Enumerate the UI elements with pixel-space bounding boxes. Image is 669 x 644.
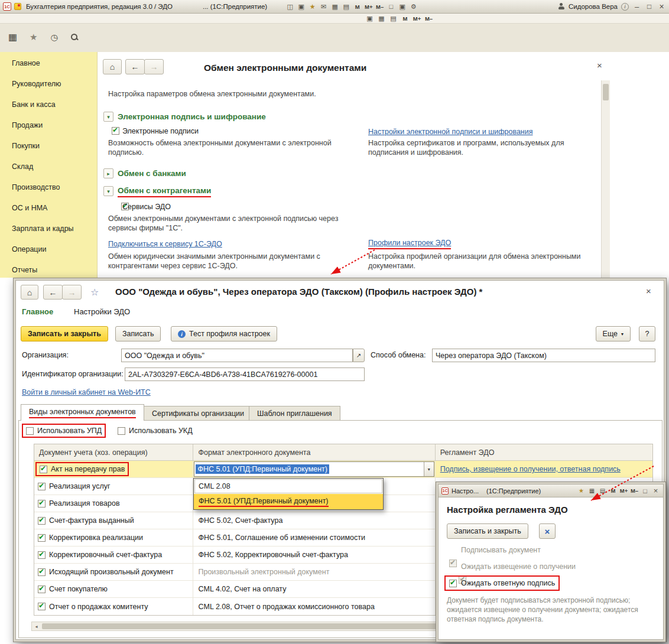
calculator-icon[interactable]: ▦ — [377, 14, 386, 23]
await-return-signature-checkbox[interactable] — [449, 580, 457, 587]
about-info-icon[interactable]: i — [621, 3, 629, 11]
memory-plus-icon[interactable]: M+ — [364, 2, 373, 11]
format-cell[interactable]: ФНС 5.01, Соглашение об изменении стоимо… — [193, 529, 435, 546]
calendar-icon[interactable]: ▤ — [598, 486, 607, 495]
column-header-document[interactable]: Документ учета (хоз. операция) — [34, 444, 193, 461]
page-close-icon[interactable]: × — [597, 60, 602, 70]
use-ukd-checkbox[interactable] — [118, 427, 125, 435]
format-cell[interactable]: CML 2.08, Отчет о продажах комиссионного… — [193, 598, 435, 615]
row-checkbox[interactable] — [38, 551, 46, 559]
favorites-star-icon[interactable]: ★ — [577, 486, 586, 495]
sidebar-item-warehouse[interactable]: Склад — [0, 157, 97, 177]
memory-plus-icon[interactable]: M+ — [413, 14, 421, 23]
favorite-star-icon[interactable]: ☆ — [90, 287, 99, 298]
dropdown-item[interactable]: CML 2.08 — [194, 479, 383, 494]
vertical-scrollbar[interactable] — [601, 80, 610, 278]
home-button[interactable]: ⌂ — [21, 285, 38, 300]
memory-icon[interactable]: M — [401, 14, 410, 23]
scroll-left-icon[interactable]: ◂ — [32, 622, 41, 630]
back-button[interactable]: ← — [125, 59, 145, 74]
open-organization-button[interactable]: ↗ — [353, 349, 365, 362]
dropdown-item-selected[interactable]: ФНС 5.01 (УПД:Первичный документ) — [194, 494, 383, 509]
maximize-icon[interactable]: □ — [645, 2, 654, 11]
menu-edo-settings[interactable]: Настройки ЭДО — [74, 307, 130, 316]
calculator-icon[interactable]: ▦ — [330, 2, 339, 11]
calendar-icon[interactable]: ▤ — [342, 2, 350, 11]
menu-main[interactable]: Главное — [22, 307, 53, 316]
new-window-icon[interactable]: □ — [387, 2, 395, 11]
row-checkbox[interactable] — [38, 586, 46, 593]
edo-profiles-link[interactable]: Профили настроек ЭДО — [368, 239, 451, 247]
sidebar-item-production[interactable]: Производство — [0, 177, 97, 198]
cancel-button[interactable]: × — [539, 523, 556, 539]
close-icon[interactable]: × — [651, 486, 660, 495]
main-menu-icon[interactable]: ▦ — [8, 32, 17, 41]
calendar-icon[interactable]: ▤ — [389, 14, 398, 23]
sidebar-item-main[interactable]: Главное — [0, 53, 97, 74]
sidebar-item-manager[interactable]: Руководителю — [0, 74, 97, 95]
close-icon[interactable]: × — [657, 2, 666, 11]
section-signature-title[interactable]: Электронная подпись и шифрование — [118, 112, 266, 121]
sidebar-item-operations[interactable]: Операции — [0, 239, 97, 260]
column-header-regulation[interactable]: Регламент ЭДО — [436, 444, 652, 461]
favorites-star-icon[interactable]: ★ — [308, 2, 317, 11]
sidebar-item-fixed-assets[interactable]: ОС и НМА — [0, 198, 97, 219]
row-checkbox[interactable] — [38, 517, 46, 525]
sidebar-item-payroll[interactable]: Зарплата и кадры — [0, 219, 97, 239]
format-cell[interactable]: CML 4.02, Счет на оплату — [193, 581, 435, 597]
row-checkbox[interactable] — [38, 500, 46, 508]
minimize-icon[interactable]: – — [632, 2, 641, 11]
copy-icon[interactable]: ▣ — [297, 2, 306, 11]
current-user[interactable]: Сидорова Вера — [569, 3, 618, 10]
use-upd-checkbox[interactable] — [26, 427, 34, 435]
calculator-icon[interactable]: ▦ — [587, 486, 596, 495]
service-gear-icon[interactable]: ⚙ — [409, 2, 418, 11]
help-button[interactable]: ? — [639, 326, 655, 341]
copy-icon[interactable]: ▣ — [365, 14, 374, 23]
column-header-format[interactable]: Формат электронного документа — [193, 444, 435, 461]
tab-organization-certificates[interactable]: Сертификаты организации — [144, 406, 252, 421]
format-cell[interactable]: ФНС 5.02, Счет-фактура — [193, 512, 435, 529]
format-cell[interactable]: ФНС 5.02, Корректировочный счет-фактура — [193, 547, 435, 563]
connect-1c-edo-link[interactable]: Подключиться к сервису 1С-ЭДО — [108, 240, 222, 248]
history-icon[interactable]: ◷ — [50, 32, 59, 41]
combobox-dropdown-button[interactable]: ▾ — [424, 462, 434, 476]
exchange-method-field[interactable] — [432, 349, 655, 362]
sidebar-item-purchases[interactable]: Покупки — [0, 136, 97, 157]
test-profile-button[interactable]: i Тест профиля настроек — [171, 326, 277, 341]
sidebar-item-sales[interactable]: Продажи — [0, 115, 97, 136]
regulation-link[interactable]: Подпись, извещение о получении, ответная… — [440, 465, 621, 473]
row-checkbox[interactable] — [38, 603, 46, 610]
scroll-thumb[interactable] — [603, 84, 609, 100]
forward-button[interactable]: → — [62, 285, 82, 300]
organization-id-field[interactable] — [125, 367, 365, 381]
memory-minus-icon[interactable]: M– — [424, 14, 433, 23]
tab-invitation-template[interactable]: Шаблон приглашения — [249, 406, 340, 421]
section-banks-title[interactable]: Обмен с банками — [118, 169, 186, 178]
mail-icon[interactable]: ✉ — [319, 2, 328, 11]
memory-icon[interactable]: M — [353, 2, 362, 11]
section-counterparties-title[interactable]: Обмен с контрагентами — [118, 186, 211, 195]
row-checkbox[interactable] — [38, 568, 46, 576]
main-titlebar[interactable]: 1С Бухгалтерия предприятия, редакция 3.0… — [0, 0, 669, 14]
home-button[interactable]: ⌂ — [103, 59, 122, 74]
row-checkbox[interactable] — [38, 534, 46, 542]
table-row[interactable]: Акт на передачу прав ФНС 5.01 (УПД:Перви… — [34, 461, 652, 478]
window-close-icon[interactable]: × — [646, 286, 651, 296]
save-and-close-button[interactable]: Записать и закрыть — [447, 523, 528, 539]
windows-list-icon[interactable]: ▣ — [398, 2, 407, 11]
signature-settings-link[interactable]: Настройки электронной подписи и шифрован… — [368, 128, 533, 136]
favorites-star-icon[interactable]: ★ — [29, 32, 38, 41]
save-button[interactable]: Записать — [115, 326, 161, 341]
back-button[interactable]: ← — [43, 285, 63, 300]
regulation-titlebar[interactable]: 1С Настро... (1С:Предприятие) ★ ▦ ▤ M M+… — [439, 484, 663, 497]
search-icon[interactable] — [70, 33, 79, 41]
forward-button[interactable]: → — [144, 59, 164, 74]
collapse-section-button[interactable]: ▾ — [103, 186, 113, 196]
row-checkbox[interactable] — [40, 466, 47, 473]
memory-plus-icon[interactable]: M+ — [619, 486, 628, 495]
format-cell[interactable]: Произвольный электронный документ — [193, 564, 435, 580]
tab-document-kinds[interactable]: Виды электронных документов — [21, 404, 144, 421]
memory-minus-icon[interactable]: M– — [375, 2, 384, 11]
save-icon[interactable]: ◫ — [285, 2, 294, 11]
